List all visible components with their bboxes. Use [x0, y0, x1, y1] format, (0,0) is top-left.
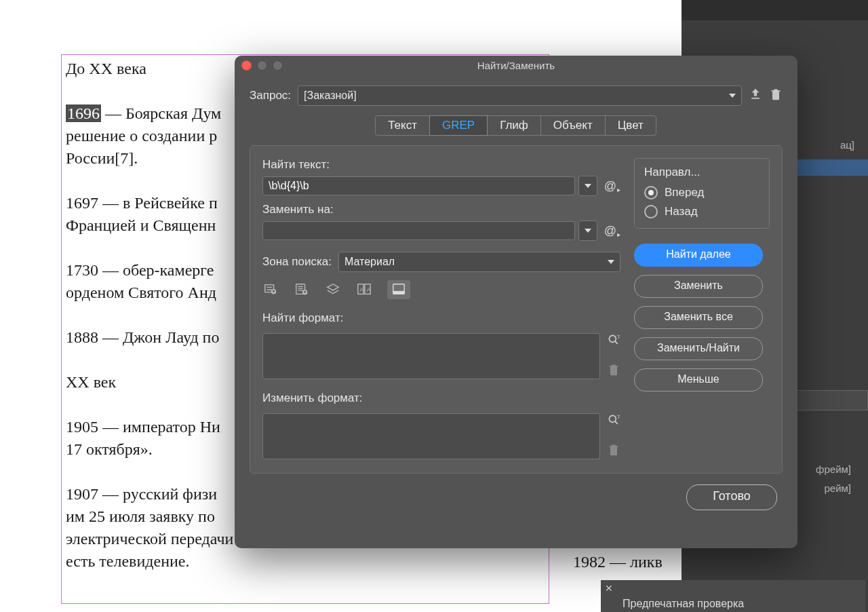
query-select-value: [Заказной]	[304, 90, 357, 102]
find-special-chars-button[interactable]: @▸	[604, 179, 620, 193]
scope-select[interactable]: Материал	[338, 252, 620, 272]
find-text-label: Найти текст:	[262, 158, 620, 172]
delete-query-icon[interactable]	[769, 88, 783, 104]
fewer-options-button[interactable]: Меньше	[634, 368, 763, 391]
replace-special-chars-button[interactable]: @▸	[604, 224, 620, 238]
find-history-button[interactable]	[578, 176, 597, 196]
dialog-titlebar[interactable]: Найти/Заменить	[235, 56, 797, 76]
chevron-down-icon	[608, 260, 614, 264]
chevron-down-icon	[585, 184, 591, 188]
find-format-box[interactable]	[262, 333, 600, 379]
clear-find-format-button[interactable]	[607, 363, 620, 379]
replace-history-button[interactable]	[578, 221, 597, 241]
hidden-layers-toggle[interactable]	[325, 282, 341, 297]
document-line[interactable]: есть телевидение.	[66, 550, 545, 573]
find-change-dialog: Найти/Заменить Запрос: [Заказной] ТекстG…	[235, 56, 797, 548]
svg-rect-1	[273, 290, 275, 292]
find-format-label: Найти формат:	[262, 311, 620, 325]
direction-forward-label: Вперед	[665, 186, 704, 199]
svg-text:A: A	[360, 287, 364, 293]
radio-icon	[644, 205, 658, 218]
search-highlight: 1696	[66, 104, 101, 122]
preflight-panel: ✕ Предпечатная проверка	[601, 580, 865, 612]
close-icon[interactable]: ✕	[605, 583, 613, 594]
direction-backward-radio[interactable]: Назад	[644, 205, 760, 218]
change-find-button[interactable]: Заменить/Найти	[634, 337, 763, 360]
specify-find-format-button[interactable]: T	[607, 333, 620, 349]
find-text-input[interactable]: \b\d{4}\b	[262, 176, 575, 195]
mode-tabs: ТекстGREPГлифОбъектЦвет	[235, 115, 797, 136]
svg-text:T: T	[617, 414, 620, 420]
footnotes-toggle[interactable]	[387, 280, 410, 299]
svg-text:T: T	[617, 334, 620, 340]
minimize-window-button[interactable]	[257, 60, 267, 71]
master-pages-toggle[interactable]: AA	[356, 282, 372, 297]
direction-group: Направл... Вперед Назад	[634, 158, 770, 229]
svg-rect-10	[393, 291, 405, 294]
change-all-button[interactable]: Заменить все	[634, 306, 763, 329]
pasteboard	[0, 0, 673, 54]
replace-input[interactable]	[262, 221, 575, 240]
close-window-button[interactable]	[241, 60, 252, 71]
save-query-icon[interactable]	[749, 88, 762, 104]
query-select[interactable]: [Заказной]	[298, 85, 742, 106]
replace-label: Заменить на:	[262, 203, 620, 216]
window-controls	[241, 60, 283, 71]
direction-forward-radio[interactable]: Вперед	[644, 186, 760, 199]
svg-text:A: A	[367, 287, 371, 293]
tab-глиф[interactable]: Глиф	[487, 115, 541, 136]
radio-icon	[644, 186, 658, 199]
tab-текст[interactable]: Текст	[375, 115, 430, 136]
find-next-button[interactable]: Найти далее	[634, 244, 763, 267]
search-option-toggles: AA	[262, 280, 620, 299]
right-panel-header	[682, 0, 868, 20]
tab-объект[interactable]: Объект	[540, 115, 606, 136]
zoom-window-button[interactable]	[273, 60, 283, 71]
specify-change-format-button[interactable]: T	[607, 413, 620, 429]
change-button[interactable]: Заменить	[634, 275, 763, 298]
tab-grep[interactable]: GREP	[429, 115, 488, 136]
locked-stories-toggle[interactable]	[294, 282, 310, 297]
query-label: Запрос:	[250, 89, 291, 102]
clear-change-format-button[interactable]	[607, 443, 620, 459]
right-panel-item[interactable]: рейм]	[824, 482, 851, 494]
locked-layers-toggle[interactable]	[262, 282, 279, 297]
svg-rect-4	[304, 291, 306, 293]
preflight-tab[interactable]: Предпечатная проверка	[613, 595, 753, 612]
direction-backward-label: Назад	[665, 205, 698, 218]
chevron-down-icon	[585, 229, 591, 233]
change-format-label: Изменить формат:	[262, 391, 620, 405]
chevron-down-icon	[729, 94, 736, 98]
scope-select-value: Материал	[344, 256, 395, 268]
done-button[interactable]: Готово	[686, 484, 777, 510]
change-format-box[interactable]	[262, 413, 600, 459]
right-panel-item[interactable]: ац]	[840, 139, 854, 151]
dialog-title: Найти/Заменить	[477, 60, 555, 71]
scope-label: Зона поиска:	[262, 255, 332, 269]
right-panel-item[interactable]: фрейм]	[816, 463, 851, 475]
tab-цвет[interactable]: Цвет	[605, 115, 656, 136]
direction-title: Направл...	[644, 166, 760, 179]
